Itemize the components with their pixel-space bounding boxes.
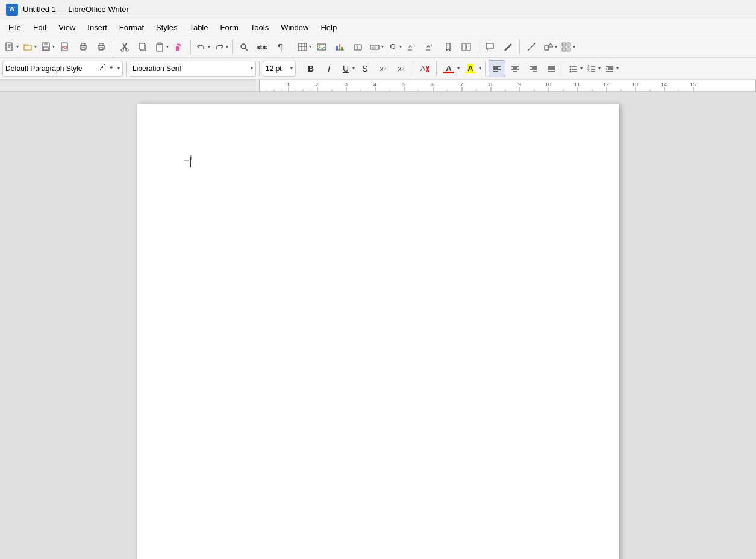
align-left-button[interactable]: [489, 60, 505, 77]
undo-dropdown-arrow[interactable]: ▾: [208, 44, 210, 49]
clone-formatting-button[interactable]: [170, 39, 187, 55]
formatting-marks-button[interactable]: ¶: [272, 39, 289, 55]
basic-shapes-button[interactable]: ▾: [541, 39, 558, 55]
print-preview-button[interactable]: [93, 39, 110, 55]
new-button[interactable]: ▾: [2, 39, 19, 55]
insert-textbox-button[interactable]: T: [349, 39, 366, 55]
font-color-dropdown-arrow[interactable]: ▾: [457, 66, 460, 71]
find-replace-button[interactable]: [236, 39, 252, 55]
redo-button[interactable]: ▾: [212, 39, 229, 55]
align-right-button[interactable]: [525, 60, 542, 77]
svg-text:1: 1: [413, 43, 416, 47]
svg-rect-56: [562, 48, 566, 51]
svg-rect-24: [176, 46, 179, 51]
svg-rect-31: [317, 44, 326, 50]
indent-button[interactable]: ▾: [602, 60, 619, 77]
insert-table-button[interactable]: ▾: [295, 39, 312, 55]
spellcheck-button[interactable]: abc: [254, 39, 270, 55]
justify-button[interactable]: [543, 60, 560, 77]
line-tool-button[interactable]: [523, 39, 540, 55]
align-center-button[interactable]: [507, 60, 523, 77]
unordered-list-button[interactable]: ▾: [566, 60, 583, 77]
paragraph-style-select[interactable]: Default Paragraph Style ✦ ▾: [2, 61, 123, 77]
document-page[interactable]: [137, 104, 619, 559]
track-changes-button[interactable]: [499, 39, 516, 55]
paste-button[interactable]: ▾: [152, 39, 169, 55]
save-button[interactable]: ▾: [39, 39, 55, 55]
menu-view[interactable]: View: [52, 21, 81, 34]
insert-endnote-button[interactable]: Ai: [422, 39, 439, 55]
menu-styles[interactable]: Styles: [150, 21, 183, 34]
copy-button[interactable]: [134, 39, 151, 55]
insert-comment-button[interactable]: [481, 39, 498, 55]
underline-button[interactable]: U ▾: [339, 60, 355, 77]
clear-formatting-button[interactable]: A: [416, 60, 433, 77]
more-button[interactable]: ▾: [559, 39, 576, 55]
insert-field-button[interactable]: a|b ▾: [367, 39, 384, 55]
field-dropdown-arrow[interactable]: ▾: [381, 44, 384, 49]
more-dropdown-arrow[interactable]: ▾: [573, 44, 575, 49]
insert-crossref-button[interactable]: [458, 39, 475, 55]
underline-dropdown-arrow[interactable]: ▾: [352, 66, 355, 71]
font-size-select[interactable]: 12 pt ▾: [263, 61, 296, 77]
shapes-dropdown-arrow[interactable]: ▾: [555, 44, 557, 49]
new-dropdown-arrow[interactable]: ▾: [16, 44, 19, 49]
italic-button[interactable]: I: [320, 60, 337, 77]
open-button[interactable]: ▾: [20, 39, 37, 55]
special-char-dropdown-arrow[interactable]: ▾: [399, 44, 402, 49]
size-dropdown-arrow[interactable]: ▾: [290, 66, 293, 71]
insert-chart-button[interactable]: [331, 39, 348, 55]
svg-text:a|b: a|b: [372, 46, 377, 49]
undo-button[interactable]: ▾: [194, 39, 211, 55]
app-icon: W: [6, 4, 18, 16]
svg-rect-22: [157, 44, 163, 51]
font-color-button[interactable]: A ▾: [440, 60, 460, 77]
highlight-color-button[interactable]: A ▾: [461, 60, 482, 77]
ordered-list-button[interactable]: 1.2.3. ▾: [584, 60, 601, 77]
svg-rect-55: [567, 43, 570, 46]
subscript-button[interactable]: x2: [393, 60, 410, 77]
indent-dropdown-arrow[interactable]: ▾: [616, 66, 619, 71]
menu-help[interactable]: Help: [314, 21, 343, 34]
menu-file[interactable]: File: [2, 21, 27, 34]
insert-bookmark-button[interactable]: [440, 39, 457, 55]
menu-edit[interactable]: Edit: [27, 21, 52, 34]
ordered-list-icon: 1.2.3.: [585, 60, 598, 77]
special-char-icon: Ω: [386, 39, 399, 55]
sep3: [232, 40, 233, 54]
menu-window[interactable]: Window: [275, 21, 314, 34]
ul-dropdown-arrow[interactable]: ▾: [580, 66, 583, 71]
svg-rect-34: [339, 44, 340, 50]
export-pdf-button[interactable]: PDF: [57, 39, 73, 55]
redo-dropdown-arrow[interactable]: ▾: [226, 44, 228, 49]
open-dropdown-arrow[interactable]: ▾: [34, 44, 37, 49]
paragraph-style-value: Default Paragraph Style: [5, 64, 82, 73]
bold-button[interactable]: B: [302, 60, 319, 77]
svg-rect-50: [486, 43, 493, 49]
menu-format[interactable]: Format: [113, 21, 150, 34]
sep-fmt6: [485, 61, 486, 76]
menu-tools[interactable]: Tools: [245, 21, 275, 34]
insert-special-char-button[interactable]: Ω ▾: [386, 39, 402, 55]
superscript-button[interactable]: x2: [375, 60, 392, 77]
menu-table[interactable]: Table: [183, 21, 214, 34]
strikethrough-button[interactable]: S: [357, 60, 373, 77]
insert-footnote-button[interactable]: A1: [404, 39, 420, 55]
highlight-dropdown-arrow[interactable]: ▾: [479, 66, 481, 71]
insert-image-button[interactable]: [313, 39, 330, 55]
menu-insert[interactable]: Insert: [81, 21, 113, 34]
font-dropdown-arrow[interactable]: ▾: [251, 66, 253, 71]
menu-form[interactable]: Form: [214, 21, 244, 34]
cut-button[interactable]: [116, 39, 133, 55]
paste-dropdown-arrow[interactable]: ▾: [166, 44, 169, 49]
font-name-select[interactable]: Liberation Serif ▾: [130, 61, 256, 77]
basic-shapes-icon: [542, 39, 555, 55]
svg-text:6: 6: [431, 81, 434, 87]
svg-rect-48: [467, 43, 470, 51]
ol-dropdown-arrow[interactable]: ▾: [598, 66, 601, 71]
style-dropdown-arrow[interactable]: ▾: [117, 66, 120, 71]
print-button[interactable]: [75, 39, 92, 55]
save-dropdown-arrow[interactable]: ▾: [52, 44, 55, 49]
insert-table-dropdown-arrow[interactable]: ▾: [309, 44, 311, 49]
style-edit-icon: [99, 64, 106, 73]
